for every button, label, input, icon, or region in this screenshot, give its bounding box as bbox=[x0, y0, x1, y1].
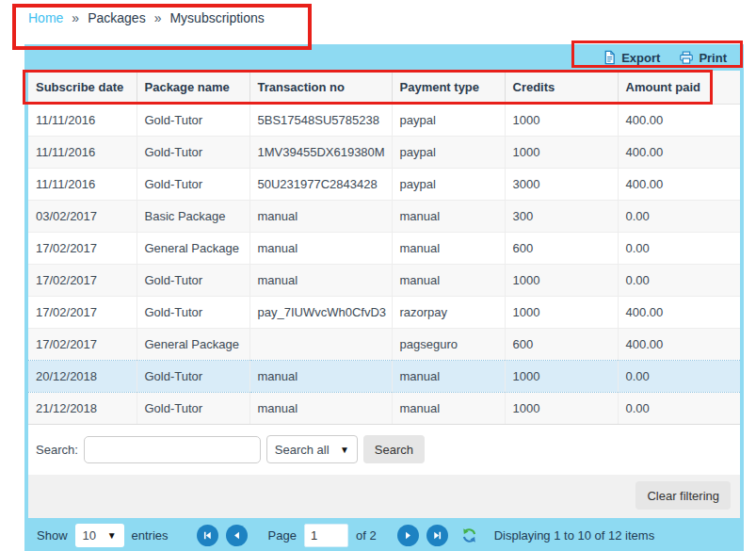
table-row[interactable]: 20/12/2018Gold-Tutormanualmanual10000.00 bbox=[28, 361, 740, 393]
search-panel: Search: Search all ▼ Search bbox=[28, 424, 740, 475]
subscriptions-table: Subscribe datePackage nameTransaction no… bbox=[28, 71, 740, 424]
table-cell: 20/12/2018 bbox=[28, 361, 137, 393]
table-row[interactable]: 17/02/2017Gold-Tutorpay_7IUWvcWh0CfvD3ra… bbox=[28, 297, 740, 329]
table-cell: 0.00 bbox=[618, 265, 740, 297]
search-scope-value: Search all bbox=[275, 443, 330, 457]
table-cell: 1000 bbox=[505, 393, 618, 425]
table-cell: paypal bbox=[392, 137, 505, 169]
breadcrumb-packages-link[interactable]: Packages bbox=[88, 10, 145, 25]
table-row[interactable]: 21/12/2018Gold-Tutormanualmanual10000.00 bbox=[28, 393, 740, 425]
table-cell: 50U231977C2843428 bbox=[249, 169, 392, 201]
table-cell: 1000 bbox=[505, 137, 618, 169]
table-cell: 11/11/2016 bbox=[28, 105, 137, 137]
clear-filter-panel: Clear filtering bbox=[28, 475, 740, 518]
table-cell: manual bbox=[249, 265, 392, 297]
table-cell bbox=[249, 329, 392, 361]
previous-page-button[interactable] bbox=[226, 525, 248, 546]
page-number-input[interactable] bbox=[304, 524, 348, 547]
refresh-icon[interactable] bbox=[461, 527, 477, 543]
breadcrumb-separator: » bbox=[154, 10, 162, 25]
last-page-button[interactable] bbox=[426, 525, 448, 546]
table-cell: 1000 bbox=[505, 361, 618, 393]
table-cell: 17/02/2017 bbox=[28, 265, 137, 297]
table-cell: manual bbox=[249, 233, 392, 265]
search-scope-select[interactable]: Search all ▼ bbox=[266, 435, 358, 463]
table-cell: 17/02/2017 bbox=[28, 233, 137, 265]
search-button[interactable]: Search bbox=[363, 435, 425, 463]
column-header[interactable]: Package name bbox=[137, 71, 249, 105]
subscriptions-grid: Export Print Subscribe datePackage nameT… bbox=[24, 44, 744, 551]
table-cell: General Package bbox=[137, 233, 249, 265]
clear-filtering-button[interactable]: Clear filtering bbox=[635, 481, 731, 510]
pagination-status: Displaying 1 to 10 of 12 items bbox=[494, 528, 655, 543]
column-header[interactable]: Subscribe date bbox=[28, 71, 137, 105]
table-cell: manual bbox=[249, 201, 392, 233]
next-page-icon bbox=[402, 529, 414, 542]
table-cell: manual bbox=[392, 233, 505, 265]
table-cell: Gold-Tutor bbox=[137, 297, 249, 329]
export-button[interactable]: Export bbox=[603, 50, 660, 65]
table-cell: manual bbox=[392, 201, 505, 233]
table-cell: 600 bbox=[505, 329, 618, 361]
table-cell: 1000 bbox=[505, 105, 618, 137]
table-cell: 17/02/2017 bbox=[28, 329, 137, 361]
search-label: Search: bbox=[36, 443, 78, 457]
table-cell: pay_7IUWvcWh0CfvD3 bbox=[249, 297, 392, 329]
table-cell: Gold-Tutor bbox=[137, 361, 249, 393]
table-cell: 400.00 bbox=[618, 297, 740, 329]
table-row[interactable]: 17/02/2017General Packagepagseguro600400… bbox=[28, 329, 740, 361]
table-cell: 400.00 bbox=[618, 169, 740, 201]
printer-icon bbox=[679, 51, 694, 65]
entries-per-page-select[interactable]: 10 ▼ bbox=[75, 524, 124, 547]
table-cell: 11/11/2016 bbox=[28, 137, 137, 169]
chevron-down-icon: ▼ bbox=[340, 445, 349, 455]
column-header[interactable]: Payment type bbox=[392, 71, 505, 105]
table-cell: 400.00 bbox=[618, 137, 740, 169]
grid-toolbar: Export Print bbox=[28, 44, 740, 71]
table-row[interactable]: 17/02/2017Gold-Tutormanualmanual10000.00 bbox=[28, 265, 740, 297]
table-cell: paypal bbox=[392, 105, 505, 137]
table-cell: 0.00 bbox=[618, 233, 740, 265]
table-cell: Gold-Tutor bbox=[137, 169, 249, 201]
table-cell: Gold-Tutor bbox=[137, 265, 249, 297]
table-cell: General Package bbox=[137, 329, 249, 361]
last-page-icon bbox=[431, 529, 443, 542]
table-cell: Gold-Tutor bbox=[137, 393, 249, 425]
breadcrumb-separator: » bbox=[72, 10, 79, 25]
column-header[interactable]: Credits bbox=[505, 71, 618, 105]
table-cell: 300 bbox=[505, 201, 618, 233]
table-cell: 1000 bbox=[505, 297, 618, 329]
table-row[interactable]: 11/11/2016Gold-Tutor5BS17548SU5785238pay… bbox=[28, 105, 740, 137]
table-body: 11/11/2016Gold-Tutor5BS17548SU5785238pay… bbox=[28, 105, 740, 425]
column-header[interactable]: Amount paid bbox=[618, 71, 740, 105]
table-row[interactable]: 11/11/2016Gold-Tutor1MV39455DX619380Mpay… bbox=[28, 137, 740, 169]
search-input[interactable] bbox=[84, 436, 261, 463]
breadcrumb-current-page: Mysubscriptions bbox=[169, 10, 264, 25]
table-cell: 17/02/2017 bbox=[28, 297, 137, 329]
table-cell: manual bbox=[249, 361, 392, 393]
table-cell: pagseguro bbox=[392, 329, 505, 361]
table-cell: Basic Package bbox=[137, 201, 249, 233]
table-cell: paypal bbox=[392, 169, 505, 201]
table-cell: Gold-Tutor bbox=[137, 137, 249, 169]
table-cell: razorpay bbox=[392, 297, 505, 329]
previous-page-icon bbox=[231, 529, 243, 542]
grid-footer: Show 10 ▼ entries Page of 2 bbox=[28, 518, 740, 551]
entries-per-page-value: 10 bbox=[83, 528, 96, 543]
table-row[interactable]: 03/02/2017Basic Packagemanualmanual3000.… bbox=[28, 201, 740, 233]
table-row[interactable]: 11/11/2016Gold-Tutor50U231977C2843428pay… bbox=[28, 169, 740, 201]
table-row[interactable]: 17/02/2017General Packagemanualmanual600… bbox=[28, 233, 740, 265]
column-header[interactable]: Transaction no bbox=[249, 71, 392, 105]
table-cell: 400.00 bbox=[618, 105, 740, 137]
table-cell: manual bbox=[392, 361, 505, 393]
show-label: Show bbox=[37, 528, 68, 543]
table-cell: 1MV39455DX619380M bbox=[249, 137, 392, 169]
table-cell: 0.00 bbox=[618, 361, 740, 393]
first-page-icon bbox=[201, 529, 214, 542]
table-cell: 0.00 bbox=[618, 201, 740, 233]
print-button[interactable]: Print bbox=[679, 51, 727, 65]
first-page-button[interactable] bbox=[197, 525, 218, 546]
breadcrumb-home-link[interactable]: Home bbox=[28, 10, 63, 25]
table-cell: manual bbox=[392, 265, 505, 297]
next-page-button[interactable] bbox=[397, 525, 419, 546]
